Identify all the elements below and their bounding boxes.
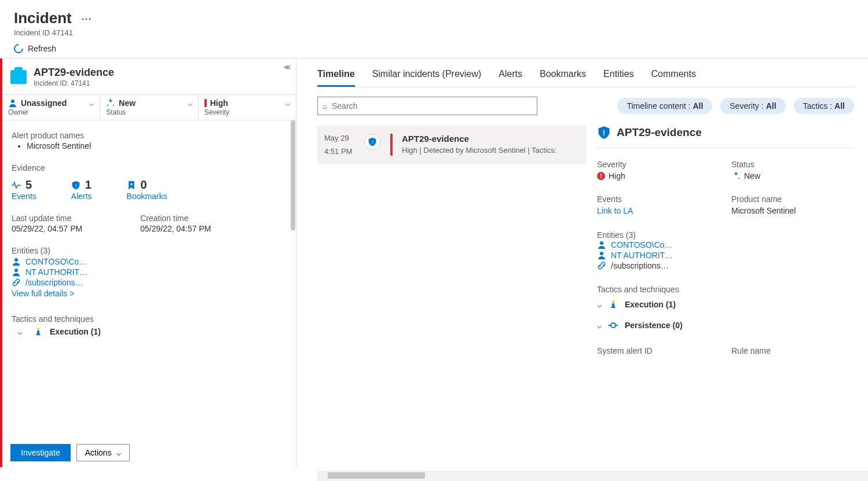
entities-label: Entities (3): [12, 246, 287, 255]
person-icon: [8, 98, 17, 108]
tab-comments[interactable]: Comments: [651, 69, 696, 87]
entity-link[interactable]: CONTOSO\Co…: [597, 240, 854, 250]
person-icon: [12, 267, 21, 277]
detail-severity-value: High: [609, 171, 625, 181]
status-dropdown[interactable]: New ⌵ Status: [100, 95, 198, 120]
tactic-name: Persistence (0): [625, 321, 683, 330]
svg-point-3: [14, 269, 18, 272]
search-icon: ⌕: [323, 101, 327, 111]
detail-title: APT29-evidence: [617, 126, 702, 139]
refresh-button[interactable]: Refresh: [14, 44, 56, 53]
bookmark-icon: [127, 181, 136, 190]
tactic-name: Execution (1): [50, 327, 101, 336]
events-link[interactable]: 5 Events: [12, 178, 36, 201]
view-full-details-link[interactable]: View full details >: [12, 289, 287, 298]
actions-label: Actions: [85, 448, 112, 457]
refresh-icon: [12, 42, 25, 56]
events-label: Events: [12, 192, 36, 201]
person-icon: [597, 240, 606, 249]
refresh-label: Refresh: [28, 44, 56, 53]
link-to-la[interactable]: Link to LA: [597, 206, 720, 215]
pulse-icon: [12, 181, 21, 190]
alert-product-item: Microsoft Sentinel: [27, 141, 287, 150]
detail-status-label: Status: [731, 160, 854, 169]
tab-bookmarks[interactable]: Bookmarks: [540, 69, 586, 87]
more-icon[interactable]: ⋯: [81, 12, 91, 25]
svg-point-7: [600, 241, 603, 245]
shield-icon: !: [71, 181, 80, 190]
severity-bar-icon: [390, 134, 393, 156]
last-update-label: Last update time: [12, 214, 82, 223]
entity-link[interactable]: CONTOSO\Co…: [12, 256, 287, 267]
filter-timeline-content[interactable]: Timeline content : All: [617, 98, 712, 114]
tab-timeline[interactable]: Timeline: [317, 69, 355, 87]
severity-label: Severity: [204, 108, 290, 116]
svg-text:!: !: [372, 139, 373, 145]
search-input-wrapper[interactable]: ⌕: [317, 97, 537, 115]
filter-severity[interactable]: Severity : All: [720, 98, 785, 114]
creation-value: 05/29/22, 04:57 PM: [140, 224, 211, 233]
bookmarks-link[interactable]: 0 Bookmarks: [127, 178, 167, 201]
actions-dropdown[interactable]: Actions ⌵: [76, 444, 130, 461]
alerts-label: Alerts: [71, 192, 92, 201]
alerts-link[interactable]: ! 1 Alerts: [71, 178, 92, 201]
shield-icon: !: [364, 134, 380, 150]
tab-entities[interactable]: Entities: [603, 69, 633, 87]
scrollbar[interactable]: [287, 120, 296, 438]
entity-link[interactable]: NT AUTHORIT…: [12, 267, 287, 277]
entity-link[interactable]: /subscriptions…: [597, 260, 854, 271]
timeline-item[interactable]: May 29 4:51 PM ! APT29-evidence High | D…: [317, 126, 587, 164]
severity-value: High: [210, 98, 228, 108]
svg-text:!: !: [75, 183, 76, 188]
tab-alerts[interactable]: Alerts: [499, 69, 522, 87]
timeline-subtitle: High | Detected by Microsoft Sentinel | …: [402, 146, 580, 155]
tactics-label: Tactics and techniques: [12, 314, 287, 324]
link-icon: [12, 278, 21, 287]
tactic-item[interactable]: ⌵ Persistence (0): [597, 315, 854, 336]
execution-icon: [609, 300, 618, 309]
owner-value: Unassigned: [21, 98, 67, 108]
briefcase-icon: [10, 70, 27, 84]
chevron-down-icon: ⌵: [597, 300, 602, 309]
system-alert-id-label: System alert ID: [597, 346, 720, 355]
tactic-name: Execution (1): [625, 300, 676, 309]
status-value: New: [119, 98, 135, 108]
chevron-down-icon: ⌵: [89, 98, 94, 108]
timeline-time: 4:51 PM: [324, 147, 357, 156]
tactic-item[interactable]: ⌵ Execution (1): [12, 327, 287, 336]
incident-name: APT29-evidence: [34, 67, 114, 79]
incident-id: Incident ID: 47141: [34, 79, 114, 87]
chevron-down-icon: ⌵: [597, 321, 602, 330]
svg-point-0: [11, 100, 14, 103]
timeline-title: APT29-evidence: [402, 134, 580, 144]
detail-product-value: Microsoft Sentinel: [731, 206, 854, 215]
shield-icon: !: [597, 126, 611, 139]
severity-dropdown[interactable]: High ⌵ Severity: [199, 95, 296, 120]
tactic-item[interactable]: ⌵ Execution (1): [597, 294, 854, 315]
alert-products-label: Alert product names: [12, 131, 287, 140]
chevron-down-icon: ⌵: [188, 98, 192, 108]
chevron-down-icon: ⌵: [17, 327, 27, 336]
search-input[interactable]: [332, 101, 532, 111]
detail-tactics-label: Tactics and techniques: [597, 285, 854, 294]
detail-entities-label: Entities (3): [597, 230, 854, 240]
filter-tactics[interactable]: Tactics : All: [794, 98, 854, 114]
entity-link[interactable]: /subscriptions…: [12, 277, 287, 288]
person-icon: [12, 257, 21, 266]
owner-dropdown[interactable]: Unassigned ⌵ Owner: [2, 95, 100, 120]
tab-similar[interactable]: Similar incidents (Preview): [372, 69, 482, 87]
collapse-button[interactable]: ≪: [284, 63, 291, 71]
status-label: Status: [106, 108, 192, 116]
svg-point-8: [600, 252, 603, 255]
entity-link[interactable]: NT AUTHORIT…: [597, 250, 854, 260]
timeline-date: May 29: [324, 134, 357, 142]
person-icon: [597, 251, 606, 260]
creation-label: Creation time: [140, 214, 211, 223]
horizontal-scrollbar[interactable]: [317, 471, 868, 481]
investigate-button[interactable]: Investigate: [10, 444, 71, 461]
detail-severity-label: Severity: [597, 160, 720, 169]
bookmarks-label: Bookmarks: [127, 192, 167, 201]
severity-dot-icon: !: [597, 172, 605, 180]
svg-point-4: [37, 328, 39, 330]
detail-events-label: Events: [597, 194, 720, 204]
